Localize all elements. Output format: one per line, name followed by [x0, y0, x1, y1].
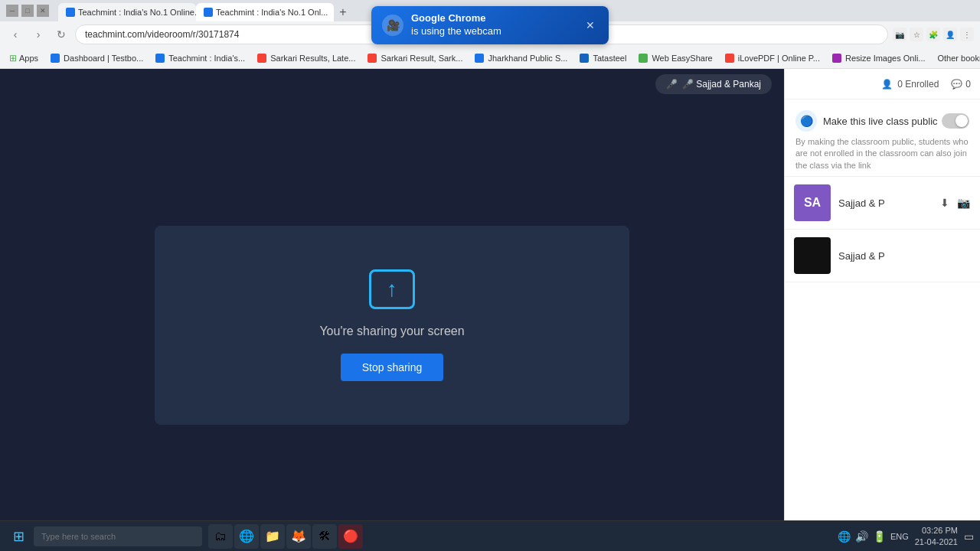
- bookmark-dashboard[interactable]: Dashboard | Testbo...: [47, 52, 146, 64]
- forward-button[interactable]: ›: [29, 25, 47, 44]
- people-icon: 👤: [881, 79, 893, 90]
- right-sidebar: 👤 0 Enrolled 💬 0 🔵 Make this live class …: [784, 69, 980, 551]
- back-button[interactable]: ‹: [6, 25, 24, 44]
- battery-icon[interactable]: 🔋: [873, 530, 886, 543]
- participant-avatar-1: SA: [794, 184, 831, 221]
- bookmark-tatasteel[interactable]: Tatasteel: [577, 52, 629, 64]
- profile-icon[interactable]: 👤: [943, 28, 957, 41]
- menu-icon[interactable]: ⋮: [960, 28, 974, 41]
- refresh-button[interactable]: ↻: [52, 25, 70, 44]
- chat-badge[interactable]: 💬 0: [951, 79, 971, 90]
- public-class-row: 🔵 Make this live class public: [795, 110, 969, 132]
- public-class-toggle[interactable]: [942, 113, 969, 129]
- bookmark-apps[interactable]: ⊞ Apps: [6, 51, 41, 65]
- notification-text: Google Chrome is using the webcam: [411, 12, 575, 38]
- taskbar-right: 🌐 🔊 🔋 ENG 03:26 PM 21-04-2021 ▭: [838, 525, 974, 547]
- bookmark-teachmint[interactable]: Teachmint : India's...: [152, 52, 248, 64]
- participants-button[interactable]: 🎤 🎤 Sajjad & Pankaj: [655, 74, 772, 94]
- taskbar-search[interactable]: [34, 527, 202, 546]
- participant-name-1: Sajjad & P: [838, 197, 929, 209]
- tab-label-1: Teachmint : India's No.1 Online...: [78, 8, 196, 17]
- bookmark-jharkhand[interactable]: Jharkhand Public S...: [472, 52, 570, 64]
- extensions-icon[interactable]: 🧩: [926, 28, 940, 41]
- address-text: teachmint.com/videoroom/r/30171874: [85, 29, 239, 40]
- participant-card-1[interactable]: SA Sajjad & P ⬇ 📷: [785, 177, 980, 230]
- address-icons: 📷 ☆ 🧩 👤 ⋮: [893, 28, 974, 41]
- video-area: 🎤 🎤 Sajjad & Pankaj You're sharing your …: [0, 69, 784, 551]
- show-desktop-icon[interactable]: ▭: [964, 530, 974, 543]
- notification-close-button[interactable]: ✕: [583, 18, 598, 33]
- start-button[interactable]: ⊞: [6, 524, 31, 549]
- screen-share-panel: You're sharing your screen Stop sharing: [0, 99, 784, 551]
- notification-icon: 🎥: [382, 15, 403, 36]
- participant-avatar-2: [794, 237, 831, 274]
- browser-tab-1[interactable]: Teachmint : India's No.1 Online... ✕: [58, 3, 196, 21]
- bookmark-sarkari1[interactable]: Sarkari Results, Late...: [254, 52, 358, 64]
- time-display: 03:26 PM: [915, 525, 958, 536]
- public-class-description: By making the classroom public, students…: [795, 136, 969, 171]
- maximize-button[interactable]: □: [21, 5, 34, 17]
- public-class-icon: 🔵: [795, 110, 817, 132]
- toggle-knob: [956, 115, 968, 127]
- mic-indicator-icon: 🎤: [666, 79, 678, 90]
- chat-count: 0: [965, 79, 971, 90]
- tab-favicon-1: [66, 8, 75, 17]
- bookmark-webeasyshare[interactable]: Web EasyShare: [635, 52, 715, 64]
- bookmark-resize[interactable]: Resize Images Onli...: [829, 52, 929, 64]
- bookmark-sarkari2[interactable]: Sarkari Result, Sark...: [364, 52, 466, 64]
- taskbar-app-files[interactable]: 🗂: [208, 524, 233, 549]
- taskbar-apps: 🗂 🌐 📁 🦊 🛠 🔴: [208, 524, 363, 549]
- share-box: You're sharing your screen Stop sharing: [155, 226, 629, 425]
- video-topbar: 🎤 🎤 Sajjad & Pankaj: [0, 69, 784, 99]
- bookmarks-bar: ⊞ Apps Dashboard | Testbo... Teachmint :…: [0, 47, 980, 69]
- stop-sharing-button[interactable]: Stop sharing: [341, 354, 444, 381]
- browser-tab-2[interactable]: Teachmint : India's No.1 Onl... ✕: [196, 3, 334, 21]
- enrolled-count: 0 Enrolled: [897, 79, 939, 90]
- taskbar-app-tools[interactable]: 🛠: [312, 524, 337, 549]
- minimize-button[interactable]: ─: [6, 5, 18, 17]
- participant-card-2[interactable]: Sajjad & P: [785, 230, 980, 282]
- taskbar-time: 03:26 PM 21-04-2021: [915, 525, 958, 547]
- taskbar-app-edge[interactable]: 🌐: [234, 524, 259, 549]
- tab-label-2: Teachmint : India's No.1 Onl...: [216, 8, 328, 17]
- participants-label: 🎤 Sajjad & Pankaj: [682, 79, 761, 90]
- enrolled-badge[interactable]: 👤 0 Enrolled: [881, 79, 939, 90]
- new-tab-button[interactable]: +: [334, 3, 352, 21]
- camera-icon[interactable]: 📷: [893, 28, 906, 41]
- taskbar-app-chrome[interactable]: 🔴: [338, 524, 363, 549]
- close-button[interactable]: ✕: [37, 5, 49, 17]
- date-display: 21-04-2021: [915, 536, 958, 547]
- taskbar-app-folder[interactable]: 📁: [260, 524, 285, 549]
- participant-cam-icon-1: 📷: [956, 195, 971, 210]
- network-icon[interactable]: 🌐: [838, 530, 851, 543]
- sidebar-header: 👤 0 Enrolled 💬 0: [785, 69, 980, 99]
- bookmark-ilovepdf[interactable]: iLovePDF | Online P...: [722, 52, 823, 64]
- window-controls: ─ □ ✕: [6, 5, 49, 17]
- screen-share-icon: [369, 269, 415, 309]
- star-icon[interactable]: ☆: [910, 28, 923, 41]
- chat-icon: 💬: [951, 79, 962, 90]
- public-class-section: 🔵 Make this live class public By making …: [785, 99, 980, 177]
- lang-label: ENG: [890, 532, 909, 541]
- tab-favicon-2: [204, 8, 213, 17]
- main-layout: 🎤 🎤 Sajjad & Pankaj You're sharing your …: [0, 69, 980, 551]
- chrome-notification: 🎥 Google Chrome is using the webcam ✕: [371, 6, 609, 44]
- screen-share-message: You're sharing your screen: [319, 324, 464, 338]
- system-tray-icons: 🌐 🔊 🔋 ENG: [838, 530, 909, 543]
- start-icon: ⊞: [13, 528, 24, 545]
- volume-icon[interactable]: 🔊: [855, 530, 868, 543]
- public-class-label: Make this live class public: [823, 116, 942, 127]
- taskbar: ⊞ 🗂 🌐 📁 🦊 🛠 🔴 🌐 🔊 🔋 ENG 03:26 PM 21-04-2…: [0, 520, 980, 551]
- bookmark-other[interactable]: Other bookmarks: [935, 52, 981, 64]
- participant-mic-icon-1: ⬇: [937, 195, 952, 210]
- taskbar-app-firefox[interactable]: 🦊: [286, 524, 311, 549]
- participant-name-2: Sajjad & P: [838, 250, 971, 262]
- participant-icons-1: ⬇ 📷: [937, 195, 971, 210]
